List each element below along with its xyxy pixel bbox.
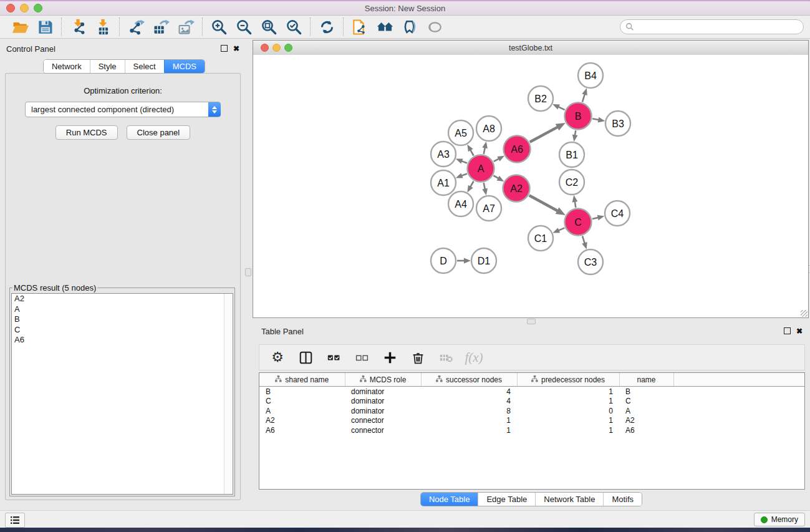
mcds-result-list[interactable]: A2ABCA6 — [11, 293, 233, 495]
tab-node-table[interactable]: Node Table — [421, 493, 478, 506]
float-panel-icon[interactable] — [221, 45, 228, 52]
delete-column-icon[interactable] — [410, 349, 425, 365]
save-session-icon[interactable] — [32, 17, 57, 37]
show-details-icon[interactable] — [422, 17, 447, 37]
home-icon[interactable] — [372, 17, 397, 37]
horizontal-splitter-handle[interactable] — [527, 319, 536, 324]
refresh-layout-icon[interactable] — [314, 17, 339, 37]
window-resize-grip[interactable] — [801, 310, 808, 317]
close-table-panel-icon[interactable]: ✖ — [796, 328, 803, 334]
memory-button[interactable]: Memory — [754, 513, 805, 526]
tab-network[interactable]: Network — [44, 60, 90, 73]
edge-C-C1[interactable] — [558, 228, 564, 230]
edge-C-C2[interactable] — [575, 201, 576, 208]
node-B4[interactable]: B4 — [578, 63, 603, 88]
edge-A-A3[interactable] — [461, 161, 467, 163]
edge-A-A5[interactable] — [470, 150, 473, 155]
node-A3[interactable]: A3 — [431, 142, 456, 167]
tab-style[interactable]: Style — [90, 60, 125, 73]
node-D1[interactable]: D1 — [471, 248, 496, 273]
close-panel-button[interactable]: Close panel — [127, 125, 191, 140]
tab-edge-table[interactable]: Edge Table — [478, 493, 535, 506]
node-D[interactable]: D — [431, 248, 456, 273]
import-network-icon[interactable] — [65, 17, 90, 37]
edge-B-B1[interactable] — [575, 130, 576, 135]
edge-A-A2[interactable] — [493, 176, 498, 179]
zoom-out-icon[interactable] — [231, 17, 256, 37]
table-row[interactable]: A6connector11A6 — [259, 425, 804, 435]
deselect-all-icon[interactable] — [354, 349, 369, 365]
node-A8[interactable]: A8 — [476, 116, 501, 141]
node-A2[interactable]: A2 — [503, 175, 530, 202]
search-field[interactable] — [634, 22, 803, 32]
mcds-result-item[interactable]: A — [12, 304, 233, 315]
column-header-successor-nodes[interactable]: successor nodes — [421, 373, 517, 387]
network-window-titlebar[interactable]: testGlobe.txt — [253, 41, 808, 56]
zoom-selected-icon[interactable] — [281, 17, 306, 37]
node-C4[interactable]: C4 — [605, 201, 630, 226]
tab-mcds[interactable]: MCDS — [164, 60, 205, 73]
tab-motifs[interactable]: Motifs — [603, 493, 642, 506]
export-image-icon[interactable] — [173, 17, 198, 37]
edge-B-B4[interactable] — [582, 94, 585, 102]
hide-details-icon[interactable] — [397, 17, 422, 37]
edge-A-A7[interactable] — [484, 183, 485, 190]
import-table-icon[interactable] — [90, 17, 115, 37]
search-input[interactable] — [620, 19, 804, 34]
node-A5[interactable]: A5 — [448, 120, 473, 145]
select-all-icon[interactable] — [326, 349, 341, 365]
vertical-splitter-handle[interactable] — [245, 268, 251, 276]
add-column-icon[interactable] — [382, 349, 397, 365]
node-A7[interactable]: A7 — [476, 196, 501, 221]
node-A6[interactable]: A6 — [504, 136, 531, 163]
node-A4[interactable]: A4 — [448, 191, 473, 216]
edge-C-C4[interactable] — [592, 218, 599, 219]
node-B2[interactable]: B2 — [528, 86, 553, 111]
zoom-fit-icon[interactable] — [256, 17, 281, 37]
split-panel-icon[interactable] — [298, 349, 313, 365]
table-row[interactable]: A2connector11A2 — [259, 416, 804, 426]
edge-A-A6[interactable] — [494, 158, 499, 162]
table-row[interactable]: Adominator80A — [259, 406, 804, 416]
node-A1[interactable]: A1 — [431, 170, 456, 195]
edge-A6-B[interactable] — [530, 127, 558, 142]
task-history-button[interactable] — [5, 513, 25, 528]
network-file-icon[interactable] — [347, 17, 372, 37]
tab-select[interactable]: Select — [125, 60, 164, 73]
mcds-result-item[interactable]: B — [12, 314, 233, 325]
node-A[interactable]: A — [468, 155, 494, 182]
edge-B-B3[interactable] — [592, 118, 599, 120]
run-mcds-button[interactable]: Run MCDS — [55, 125, 118, 140]
column-header-name[interactable]: name — [619, 373, 673, 387]
network-canvas-svg[interactable]: B4B2BB3A8A5A6A3B1AC2A1A2A4A7C4CC1DD1C3 — [253, 55, 808, 317]
column-header-shared-name[interactable]: shared name — [259, 373, 345, 387]
node-B[interactable]: B — [565, 103, 592, 130]
edge-A-A8[interactable] — [484, 147, 485, 154]
close-panel-icon[interactable]: ✖ — [233, 46, 239, 52]
node-C[interactable]: C — [565, 209, 592, 236]
export-table-icon[interactable] — [148, 17, 173, 37]
criterion-dropdown[interactable]: largest connected component (directed) — [25, 102, 221, 117]
table-row[interactable]: Bdominator41B — [259, 387, 804, 397]
network-canvas[interactable]: B4B2BB3A8A5A6A3B1AC2A1A2A4A7C4CC1DD1C3 — [253, 55, 808, 317]
tab-network-table[interactable]: Network Table — [535, 493, 603, 506]
list-scrollbar[interactable] — [224, 294, 233, 494]
node-C1[interactable]: C1 — [528, 226, 553, 251]
node-C3[interactable]: C3 — [578, 249, 603, 274]
edge-C-C3[interactable] — [582, 236, 585, 243]
column-header-MCDS-role[interactable]: MCDS role — [345, 373, 421, 387]
node-B3[interactable]: B3 — [605, 111, 630, 136]
edge-A-A4[interactable] — [470, 181, 473, 186]
zoom-in-icon[interactable] — [206, 17, 231, 37]
mcds-result-item[interactable]: A2 — [12, 294, 233, 304]
float-table-panel-icon[interactable] — [784, 327, 791, 334]
open-file-icon[interactable] — [7, 17, 32, 37]
edge-A2-C[interactable] — [529, 195, 558, 211]
node-table[interactable]: shared nameMCDS rolesuccessor nodesprede… — [259, 372, 805, 490]
gear-icon[interactable]: ⚙ — [270, 349, 285, 365]
mcds-result-item[interactable]: C — [12, 325, 233, 336]
table-row[interactable]: Cdominator41C — [259, 397, 804, 407]
column-header-predecessor-nodes[interactable]: predecessor nodes — [517, 373, 619, 387]
export-network-icon[interactable] — [123, 17, 148, 37]
node-B1[interactable]: B1 — [559, 142, 584, 167]
